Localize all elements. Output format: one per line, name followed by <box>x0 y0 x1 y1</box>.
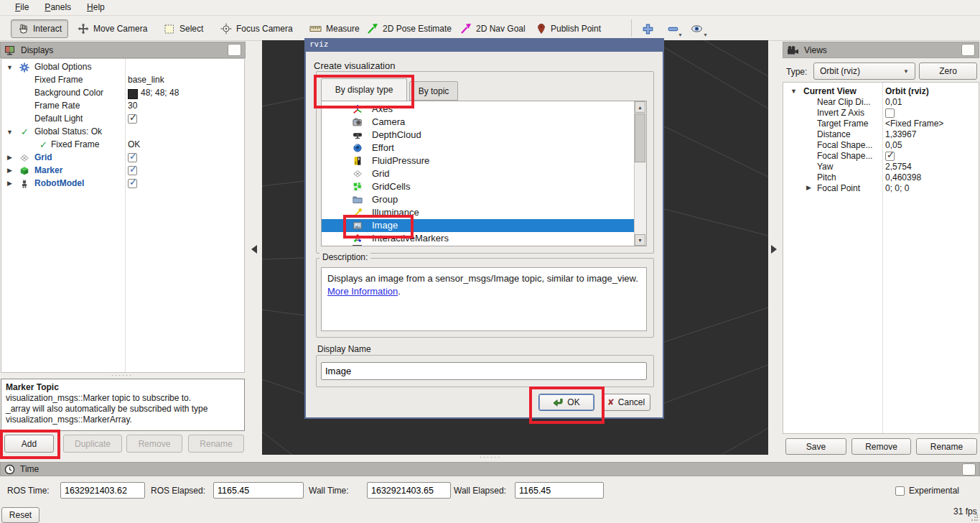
tree-row-robotmodel-display[interactable]: ▶ RobotModel <box>1 177 244 190</box>
list-item-axes[interactable]: Axes <box>322 103 635 116</box>
invert-z-checkbox[interactable] <box>885 108 895 118</box>
ros-time-input[interactable] <box>60 482 145 499</box>
publish-point-tool-button[interactable]: Publish Point <box>531 19 607 38</box>
menu-file[interactable]: File <box>7 1 37 14</box>
remove-display-button[interactable]: Remove <box>126 435 182 453</box>
save-view-button[interactable]: Save <box>785 438 846 455</box>
expander-down-icon[interactable]: ▼ <box>790 88 797 95</box>
row-value[interactable]: <Fixed Frame> <box>885 119 943 129</box>
tree-row-target-frame[interactable]: Target Frame <Fixed Frame> <box>783 119 979 129</box>
time-panel-float-button[interactable] <box>962 463 976 476</box>
tree-row-marker-display[interactable]: ▶ Marker <box>1 165 244 177</box>
default-light-checkbox[interactable] <box>128 114 137 124</box>
display-name-input[interactable] <box>321 362 647 380</box>
rename-display-button[interactable]: Rename <box>188 435 244 453</box>
expander-right-icon[interactable]: ▶ <box>806 185 811 191</box>
tree-row-invert-z[interactable]: Invert Z Axis <box>783 108 979 119</box>
list-scrollbar[interactable]: ▲ ▼ <box>634 101 646 246</box>
reset-time-button[interactable]: Reset <box>1 507 39 523</box>
display-type-list[interactable]: Axes Camera DepthCloud Effort FluidPress… <box>321 101 647 246</box>
remove-view-button[interactable]: Remove <box>851 438 911 455</box>
row-value[interactable]: 48; 48; 48 <box>141 88 179 98</box>
displays-panel-float-button[interactable] <box>228 44 241 56</box>
pose-estimate-tool-button[interactable]: 2D Pose Estimate <box>361 19 457 38</box>
tree-row-global-options[interactable]: ▼ Global Options <box>1 61 244 74</box>
tree-row-grid-display[interactable]: ▶ Grid <box>1 152 244 165</box>
tree-row-focal-shape-size[interactable]: Focal Shape... 0,05 <box>783 140 979 151</box>
row-value[interactable]: base_link <box>128 75 164 85</box>
list-item-gridcells[interactable]: GridCells <box>322 180 635 193</box>
list-item-image-selected[interactable]: Image <box>322 219 635 232</box>
focus-camera-tool-button[interactable]: Focus Camera <box>215 19 299 38</box>
expander-right-icon[interactable]: ▶ <box>7 167 12 174</box>
nav-goal-tool-button[interactable]: 2D Nav Goal <box>454 19 531 38</box>
tree-row-frame-rate[interactable]: Frame Rate 30 <box>1 100 244 113</box>
displays-panel-header[interactable]: Displays <box>0 42 246 58</box>
tree-row-distance[interactable]: Distance 1,33967 <box>783 129 979 140</box>
ros-elapsed-input[interactable] <box>213 482 304 499</box>
resize-grip[interactable] <box>971 514 978 522</box>
tree-row-focal-point[interactable]: ▶ Focal Point 0; 0; 0 <box>783 183 979 194</box>
more-information-link[interactable]: More Information <box>327 286 398 297</box>
expander-down-icon[interactable]: ▼ <box>6 129 13 136</box>
tree-row-near-clip[interactable]: Near Clip Di... 0,01 <box>783 97 979 108</box>
collapse-right-panel-arrow[interactable] <box>771 245 777 254</box>
select-tool-button[interactable]: Select <box>158 19 209 38</box>
add-display-button[interactable]: Add <box>4 435 54 453</box>
row-value[interactable]: 0,05 <box>885 140 902 150</box>
zoom-out-dropdown-arrow[interactable]: ▼ <box>678 32 683 37</box>
measure-tool-button[interactable]: Measure <box>304 19 365 38</box>
wall-time-input[interactable] <box>367 482 451 499</box>
interact-tool-button[interactable]: Interact <box>11 19 68 38</box>
grid-enabled-checkbox[interactable] <box>128 153 137 162</box>
zero-view-button[interactable]: Zero <box>919 63 977 80</box>
scrollbar-thumb[interactable] <box>635 114 645 162</box>
tree-row-default-light[interactable]: Default Light <box>1 113 244 126</box>
horizontal-splitter-handle[interactable]: ······ <box>480 453 501 460</box>
collapse-left-panel-arrow[interactable] <box>251 245 257 254</box>
displays-splitter-handle[interactable]: ······ <box>111 371 133 379</box>
tab-by-display-type[interactable]: By display type <box>321 78 407 101</box>
row-value[interactable]: 2,5754 <box>885 162 912 172</box>
menu-panels[interactable]: Panels <box>37 1 79 14</box>
view-type-combobox[interactable]: Orbit (rviz) ▼ <box>813 63 915 80</box>
tree-row-background-color[interactable]: Background Color 48; 48; 48 <box>1 87 244 100</box>
tree-row-global-status[interactable]: ▼ ✓ Global Status: Ok <box>1 126 244 139</box>
views-panel-float-button[interactable] <box>961 44 975 56</box>
tree-row-fixed-frame-status[interactable]: ✓ Fixed Frame OK <box>1 139 244 152</box>
tree-row-current-view[interactable]: ▼ Current View Orbit (rviz) <box>783 86 979 97</box>
time-panel-header[interactable]: Time <box>0 462 980 476</box>
row-value[interactable]: 0; 0; 0 <box>885 183 909 193</box>
duplicate-display-button[interactable]: Duplicate <box>63 435 122 453</box>
menu-help[interactable]: Help <box>79 1 113 14</box>
tree-row-fixed-frame[interactable]: Fixed Frame base_link <box>1 74 244 87</box>
color-swatch[interactable] <box>128 89 138 99</box>
tree-row-focal-shape-fixed[interactable]: Focal Shape... <box>783 151 979 162</box>
experimental-checkbox[interactable] <box>895 486 905 496</box>
wall-elapsed-input[interactable] <box>515 482 604 499</box>
tree-row-yaw[interactable]: Yaw 2,5754 <box>783 162 979 172</box>
expander-right-icon[interactable]: ▶ <box>7 180 12 187</box>
row-value[interactable]: 0,460398 <box>885 172 921 182</box>
ok-button[interactable]: OK <box>538 394 594 411</box>
focal-shape-checkbox[interactable] <box>885 152 895 161</box>
scroll-up-button[interactable]: ▲ <box>635 101 645 113</box>
tree-row-pitch[interactable]: Pitch 0,460398 <box>783 172 979 183</box>
move-camera-tool-button[interactable]: Move Camera <box>72 19 153 38</box>
row-value[interactable]: 1,33967 <box>885 129 916 139</box>
zoom-in-button[interactable] <box>636 19 660 38</box>
list-item-effort[interactable]: Effort <box>322 142 635 154</box>
list-item-camera[interactable]: Camera <box>322 116 635 129</box>
scroll-down-button[interactable]: ▼ <box>635 234 645 246</box>
list-item-depthcloud[interactable]: DepthCloud <box>322 129 635 142</box>
row-value[interactable]: 0,01 <box>885 97 902 107</box>
robotmodel-enabled-checkbox[interactable] <box>128 179 137 188</box>
visibility-dropdown-arrow[interactable]: ▼ <box>703 32 708 37</box>
expander-right-icon[interactable]: ▶ <box>7 154 12 161</box>
list-item-grid[interactable]: Grid <box>322 167 635 180</box>
cancel-button[interactable]: ✘ Cancel <box>602 394 650 411</box>
expander-down-icon[interactable]: ▼ <box>6 65 13 71</box>
list-item-group[interactable]: Group <box>322 193 635 206</box>
views-panel-header[interactable]: Views <box>783 42 979 58</box>
row-value[interactable]: 30 <box>128 101 137 111</box>
